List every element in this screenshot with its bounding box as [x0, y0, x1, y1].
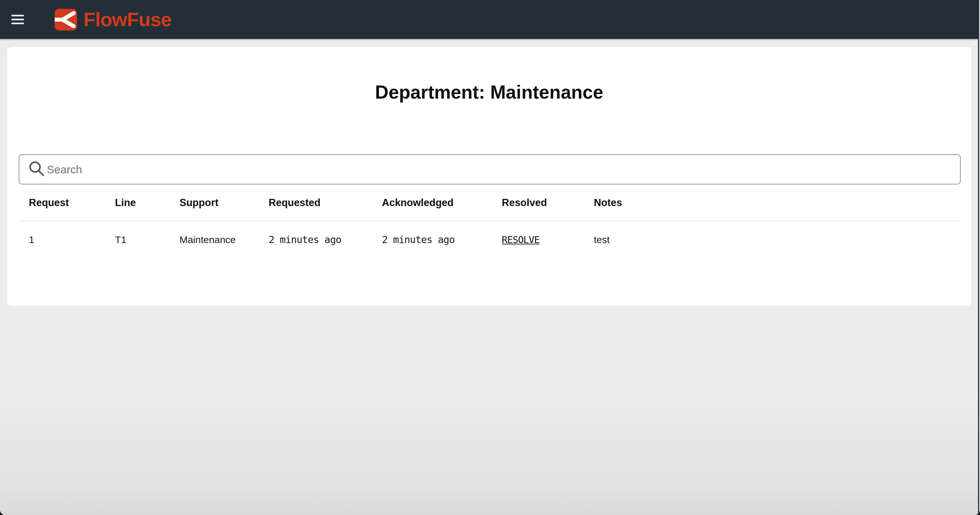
- cell-requested: 2 minutes ago: [269, 221, 382, 258]
- table-header-row: Request Line Support Requested Acknowled…: [19, 185, 961, 221]
- cell-resolved: RESOLVE: [502, 221, 594, 258]
- main-area: Department: Maintenance Request Line: [0, 47, 980, 515]
- app-header: FlowFuse: [0, 0, 980, 40]
- window-right-border: [978, 0, 979, 515]
- content-card: Department: Maintenance Request Line: [7, 47, 971, 306]
- cell-acknowledged: 2 minutes ago: [382, 221, 502, 258]
- search-bar: [19, 154, 961, 185]
- column-header-resolved: Resolved: [502, 185, 594, 221]
- table-row: 1 T1 Maintenance 2 minutes ago 2 minutes…: [19, 221, 961, 258]
- column-header-acknowledged: Acknowledged: [382, 185, 502, 221]
- column-header-notes: Notes: [594, 185, 961, 221]
- page-title: Department: Maintenance: [7, 47, 971, 103]
- column-header-requested: Requested: [269, 185, 382, 221]
- column-header-line: Line: [115, 185, 180, 221]
- cell-notes: test: [594, 221, 961, 258]
- flowfuse-logo-icon: [55, 9, 77, 30]
- column-header-support: Support: [180, 185, 269, 221]
- resolve-link[interactable]: RESOLVE: [502, 234, 539, 246]
- cell-support: Maintenance: [180, 221, 269, 258]
- flowfuse-logo[interactable]: FlowFuse: [55, 9, 172, 30]
- requests-table: Request Line Support Requested Acknowled…: [19, 185, 961, 258]
- cell-line: T1: [115, 221, 180, 258]
- app-window: FlowFuse Department: Maintenance: [0, 0, 980, 515]
- hamburger-icon: [11, 15, 24, 16]
- column-header-request: Request: [19, 185, 115, 221]
- search-input[interactable]: [19, 154, 961, 185]
- cell-request: 1: [19, 221, 115, 258]
- brand-name: FlowFuse: [84, 10, 172, 29]
- menu-button[interactable]: [11, 10, 32, 30]
